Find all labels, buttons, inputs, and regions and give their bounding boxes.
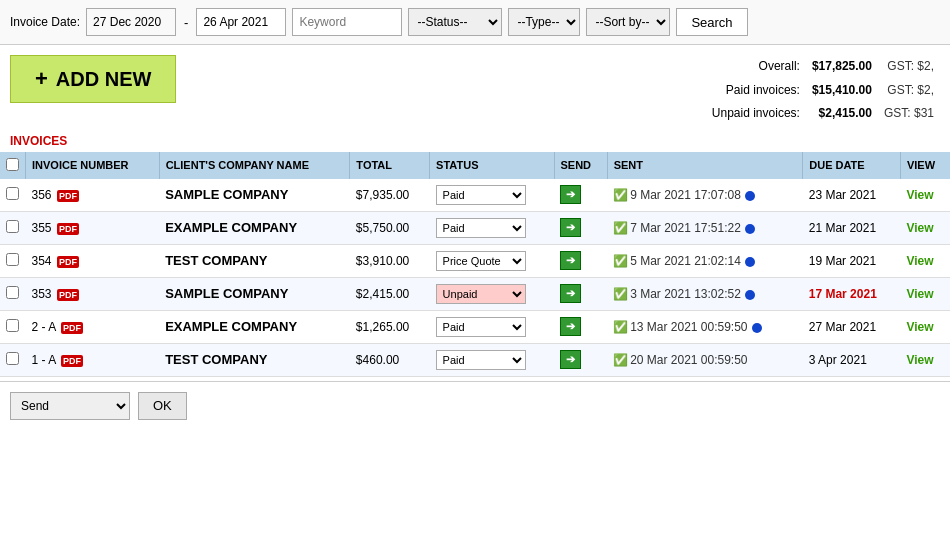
invoice-status[interactable]: PaidUnpaidPrice Quote	[430, 310, 554, 343]
overall-amount: $17,825.00	[806, 55, 878, 79]
overall-gst: GST: $2,	[878, 55, 940, 79]
date-separator: -	[184, 15, 188, 30]
company-name: SAMPLE COMPANY	[159, 277, 350, 310]
send-icon[interactable]: ➔	[560, 185, 581, 204]
due-date: 19 Mar 2021	[803, 244, 901, 277]
add-new-button[interactable]: + ADD NEW	[10, 55, 176, 103]
summary-box: Overall: $17,825.00 GST: $2, Paid invoic…	[706, 55, 940, 126]
pdf-icon[interactable]: PDF	[61, 355, 83, 367]
view-link[interactable]: View	[906, 353, 933, 367]
invoice-status[interactable]: PaidUnpaidPrice Quote	[430, 179, 554, 212]
keyword-input[interactable]	[292, 8, 402, 36]
table-row: 356 PDFSAMPLE COMPANY$7,935.00PaidUnpaid…	[0, 179, 950, 212]
header-send: SEND	[554, 152, 607, 179]
row-checkbox[interactable]	[6, 286, 19, 299]
view-link[interactable]: View	[906, 287, 933, 301]
sent-indicator	[745, 224, 755, 234]
status-dropdown[interactable]: PaidUnpaidPrice Quote	[436, 317, 526, 337]
pdf-icon[interactable]: PDF	[57, 289, 79, 301]
send-cell: ➔	[554, 179, 607, 212]
due-date: 21 Mar 2021	[803, 211, 901, 244]
date-to-input[interactable]	[196, 8, 286, 36]
sent-checkmark: ✅	[613, 254, 628, 268]
overall-label: Overall:	[706, 55, 806, 79]
view-link[interactable]: View	[906, 221, 933, 235]
header-company-name: CLIENT'S COMPANY NAME	[159, 152, 350, 179]
unpaid-label: Unpaid invoices:	[706, 102, 806, 126]
view-cell: View	[900, 179, 950, 212]
send-cell: ➔	[554, 277, 607, 310]
row-checkbox[interactable]	[6, 319, 19, 332]
invoice-number: 353 PDF	[26, 277, 160, 310]
send-cell: ➔	[554, 211, 607, 244]
invoice-total: $5,750.00	[350, 211, 430, 244]
sent-indicator	[745, 257, 755, 267]
invoice-status[interactable]: PaidUnpaidPrice Quote	[430, 244, 554, 277]
send-cell: ➔	[554, 343, 607, 376]
pdf-icon[interactable]: PDF	[57, 223, 79, 235]
type-select[interactable]: --Type--	[508, 8, 580, 36]
invoice-number: 354 PDF	[26, 244, 160, 277]
pdf-icon[interactable]: PDF	[57, 190, 79, 202]
invoice-status[interactable]: PaidUnpaidPrice Quote	[430, 211, 554, 244]
send-icon[interactable]: ➔	[560, 350, 581, 369]
status-dropdown[interactable]: PaidUnpaidPrice Quote	[436, 251, 526, 271]
date-from-input[interactable]	[86, 8, 176, 36]
view-link[interactable]: View	[906, 320, 933, 334]
bulk-action-select[interactable]: Send Delete Mark Paid	[10, 392, 130, 420]
view-link[interactable]: View	[906, 188, 933, 202]
invoice-number: 1 - A PDF	[26, 343, 160, 376]
ok-button[interactable]: OK	[138, 392, 187, 420]
invoice-status[interactable]: PaidUnpaidPrice Quote	[430, 277, 554, 310]
status-select[interactable]: --Status-- Paid Unpaid Price Quote	[408, 8, 502, 36]
search-button[interactable]: Search	[676, 8, 747, 36]
due-date: 23 Mar 2021	[803, 179, 901, 212]
view-cell: View	[900, 310, 950, 343]
send-icon[interactable]: ➔	[560, 251, 581, 270]
due-date: 17 Mar 2021	[803, 277, 901, 310]
view-link[interactable]: View	[906, 254, 933, 268]
sent-cell: ✅20 Mar 2021 00:59:50	[607, 343, 803, 376]
invoice-date-label: Invoice Date:	[10, 15, 80, 29]
invoices-heading: INVOICES	[0, 132, 950, 152]
status-dropdown[interactable]: PaidUnpaidPrice Quote	[436, 218, 526, 238]
unpaid-gst: GST: $31	[878, 102, 940, 126]
sent-cell: ✅5 Mar 2021 21:02:14	[607, 244, 803, 277]
invoice-number: 2 - A PDF	[26, 310, 160, 343]
company-name: EXAMPLE COMPANY	[159, 310, 350, 343]
sent-checkmark: ✅	[613, 287, 628, 301]
row-checkbox[interactable]	[6, 352, 19, 365]
add-new-label: ADD NEW	[56, 68, 152, 91]
status-dropdown[interactable]: PaidUnpaidPrice Quote	[436, 350, 526, 370]
pdf-icon[interactable]: PDF	[57, 256, 79, 268]
invoice-total: $460.00	[350, 343, 430, 376]
header-total: TOTAL	[350, 152, 430, 179]
sort-select[interactable]: --Sort by--	[586, 8, 670, 36]
select-all-checkbox[interactable]	[6, 158, 19, 171]
header-sent: SENT	[607, 152, 803, 179]
due-date: 3 Apr 2021	[803, 343, 901, 376]
send-icon[interactable]: ➔	[560, 284, 581, 303]
view-cell: View	[900, 277, 950, 310]
send-icon[interactable]: ➔	[560, 218, 581, 237]
invoice-status[interactable]: PaidUnpaidPrice Quote	[430, 343, 554, 376]
row-checkbox[interactable]	[6, 187, 19, 200]
pdf-icon[interactable]: PDF	[61, 322, 83, 334]
sent-cell: ✅9 Mar 2021 17:07:08	[607, 179, 803, 212]
action-row: + ADD NEW Overall: $17,825.00 GST: $2, P…	[0, 45, 950, 132]
unpaid-amount: $2,415.00	[806, 102, 878, 126]
send-cell: ➔	[554, 244, 607, 277]
row-checkbox[interactable]	[6, 253, 19, 266]
sent-cell: ✅13 Mar 2021 00:59:50	[607, 310, 803, 343]
sent-checkmark: ✅	[613, 353, 628, 367]
sent-checkmark: ✅	[613, 188, 628, 202]
status-dropdown[interactable]: PaidUnpaidPrice Quote	[436, 284, 526, 304]
row-checkbox[interactable]	[6, 220, 19, 233]
paid-gst: GST: $2,	[878, 79, 940, 103]
view-cell: View	[900, 244, 950, 277]
status-dropdown[interactable]: PaidUnpaidPrice Quote	[436, 185, 526, 205]
sent-indicator	[745, 191, 755, 201]
view-cell: View	[900, 343, 950, 376]
send-icon[interactable]: ➔	[560, 317, 581, 336]
header-status: STATUS	[430, 152, 554, 179]
